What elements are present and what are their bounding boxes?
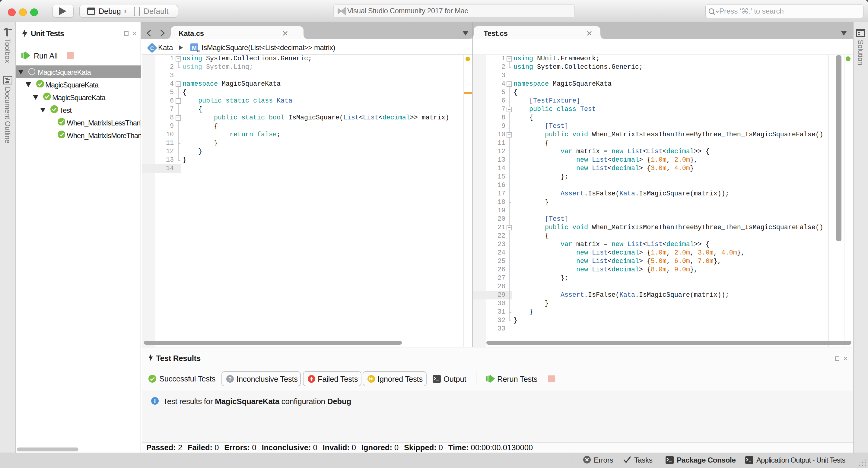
svg-text:M: M (192, 45, 197, 51)
svg-text:?: ? (228, 376, 232, 382)
svg-text:C: C (150, 45, 154, 51)
